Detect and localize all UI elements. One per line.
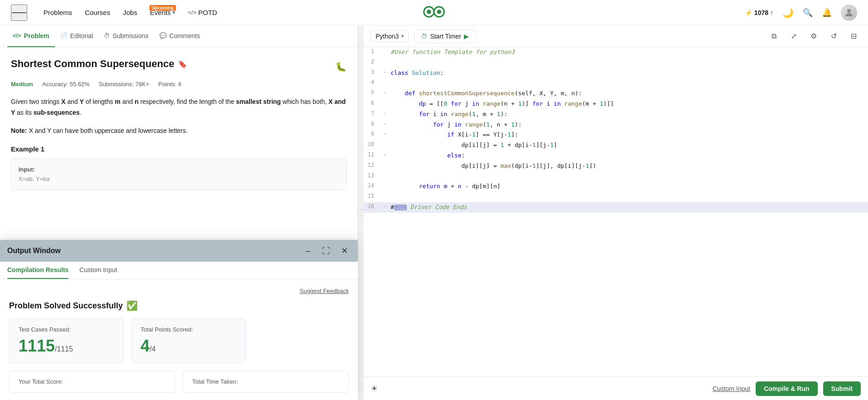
output-window: Output Window – ⛶ ✕ Compilation Results …	[0, 239, 358, 400]
problem-note: Note: X and Y can have both uppercase an…	[11, 126, 347, 137]
streak-counter: ⚡ 1078 ↑	[745, 9, 773, 16]
accuracy-meta: Accuracy: 55.62%	[42, 81, 90, 88]
copy-code-button[interactable]: ⧉	[767, 29, 781, 44]
your-score-section: Your Total Score: Total Time Taken:	[9, 371, 349, 393]
custom-input-link[interactable]: Custom Input	[713, 385, 750, 392]
output-tab-compilation[interactable]: Compilation Results	[7, 262, 68, 279]
potd-code-icon: </>	[188, 9, 197, 16]
points-meta: Points: 4	[159, 81, 182, 88]
points-scored-value: 4/4	[140, 337, 236, 356]
example-input-label: Input:	[19, 166, 339, 173]
close-button[interactable]: ✕	[338, 244, 351, 257]
submissions-clock-icon: ⏱	[104, 32, 110, 39]
points-scored-label: Total Points Scored:	[140, 326, 236, 333]
top-nav: Problems Courses Jobs Upcoming Events ▾ …	[0, 0, 868, 25]
search-icon[interactable]: 🔍	[803, 8, 813, 18]
problem-meta: Medium Accuracy: 55.62% Submissions: 78K…	[11, 81, 347, 88]
code-editor[interactable]: 1 #User function Template for python3 2 …	[363, 47, 868, 376]
nav-events[interactable]: Upcoming Events ▾	[150, 9, 175, 16]
code-line-14: 14 return m + n - dp[m][n]	[363, 181, 868, 192]
bug-report-icon[interactable]: 🐛	[335, 61, 347, 72]
svg-point-4	[847, 9, 851, 13]
tab-submissions[interactable]: ⏱ Submissions	[98, 25, 154, 47]
lightning-icon: ⚡	[745, 9, 752, 16]
suggest-feedback: Suggest Feedback	[9, 287, 349, 295]
language-dropdown-icon: ▾	[401, 34, 404, 39]
reset-button[interactable]: ↺	[826, 29, 841, 44]
your-score-card: Your Total Score:	[9, 371, 175, 393]
compile-run-button[interactable]: Compile & Run	[756, 381, 817, 396]
svg-point-3	[437, 10, 441, 14]
output-window-title: Output Window	[7, 247, 61, 255]
panel-divider[interactable]: ⋮⋮	[358, 25, 363, 400]
problem-title: Shortest Common Supersequence 🔖	[11, 58, 187, 70]
total-time-card: Total Time Taken:	[183, 371, 349, 393]
theme-toggle-button[interactable]: ☀	[371, 384, 378, 394]
start-timer-button[interactable]: ⏱ Start Timer ▶	[414, 29, 475, 43]
code-line-2: 2	[363, 58, 868, 68]
problem-tabs: </> Problem 📄 Editorial ⏱ Submissions 💬 …	[0, 25, 357, 47]
points-card: Total Points Scored: 4/4	[131, 318, 246, 363]
tab-editorial[interactable]: 📄 Editorial	[55, 25, 99, 47]
your-score-label: Your Total Score:	[19, 378, 166, 385]
result-cards: Test Cases Passed: 1115/1115 Total Point…	[9, 318, 349, 363]
tab-problem[interactable]: </> Problem	[7, 25, 55, 47]
code-line-12: 12 dp[i][j] = max(dp[i-1][j], dp[i][j-1]…	[363, 161, 868, 171]
nav-courses[interactable]: Courses	[85, 9, 110, 16]
example-box: Input: X=ab, Y=ba	[11, 158, 347, 190]
nav-potd[interactable]: </> POTD	[188, 9, 217, 16]
upcoming-badge: Upcoming	[149, 5, 176, 11]
code-line-13: 13	[363, 171, 868, 182]
right-panel: Python3 ▾ ⏱ Start Timer ▶ ⧉ ⤢ ⚙ ↺ ⊟ 1 #U…	[363, 25, 868, 400]
output-tabs: Compilation Results Custom Input	[0, 262, 358, 279]
code-line-3: 3 ▸ class Solution:	[363, 68, 868, 78]
maximize-button[interactable]: ⛶	[320, 244, 333, 257]
hamburger-button[interactable]	[11, 5, 27, 21]
test-cases-label: Test Cases Passed:	[19, 326, 114, 333]
site-logo[interactable]	[423, 1, 445, 24]
user-avatar[interactable]	[841, 5, 857, 21]
more-options-button[interactable]: ⊟	[846, 29, 861, 44]
submissions-meta: Submissions: 78K+	[99, 81, 149, 88]
code-line-16: 16 ▸ #... Driver Code Ends	[363, 202, 868, 213]
empty-card	[253, 318, 349, 363]
suggest-feedback-link[interactable]: Suggest Feedback	[300, 288, 349, 294]
editorial-doc-icon: 📄	[60, 32, 68, 39]
code-line-15: 15	[363, 192, 868, 202]
expand-code-button[interactable]: ⤢	[786, 29, 801, 44]
output-header: Output Window – ⛶ ✕	[0, 240, 358, 262]
language-label: Python3	[376, 33, 399, 40]
code-line-1: 1 #User function Template for python3	[363, 47, 868, 58]
nav-right: ⚡ 1078 ↑ 🌙 🔍 🔔	[745, 5, 857, 21]
output-controls: – ⛶ ✕	[302, 244, 351, 257]
submit-button[interactable]: Submit	[823, 381, 861, 396]
code-line-9: 9 ▸ if X[i-1] == Y[j-1]:	[363, 130, 868, 140]
difficulty-badge: Medium	[11, 81, 33, 88]
timer-clock-icon: ⏱	[421, 33, 427, 40]
tab-comments[interactable]: 💬 Comments	[154, 25, 206, 47]
timer-play-icon: ▶	[464, 33, 469, 40]
main-layout: </> Problem 📄 Editorial ⏱ Submissions 💬 …	[0, 25, 868, 400]
editor-toolbar: Python3 ▾ ⏱ Start Timer ▶ ⧉ ⤢ ⚙ ↺ ⊟	[363, 25, 868, 47]
output-tab-custom-input[interactable]: Custom Input	[79, 262, 117, 279]
minimize-button[interactable]: –	[302, 244, 314, 257]
settings-button[interactable]: ⚙	[806, 29, 821, 44]
problem-code-icon: </>	[13, 32, 21, 39]
bookmark-icon[interactable]: 🔖	[178, 60, 187, 68]
nav-problems[interactable]: Problems	[43, 9, 72, 16]
nav-jobs[interactable]: Jobs	[123, 9, 137, 16]
output-body: Suggest Feedback Problem Solved Successf…	[0, 279, 358, 400]
left-panel: </> Problem 📄 Editorial ⏱ Submissions 💬 …	[0, 25, 358, 400]
success-check-icon: ✅	[126, 300, 138, 311]
language-selector[interactable]: Python3 ▾	[371, 30, 409, 42]
bottom-bar: ☀ Custom Input Compile & Run Submit	[363, 376, 868, 400]
svg-point-2	[427, 10, 431, 14]
example-title: Example 1	[11, 145, 347, 153]
code-line-4: 4	[363, 78, 868, 88]
nav-left: Problems Courses Jobs Upcoming Events ▾ …	[11, 5, 217, 21]
test-cases-card: Test Cases Passed: 1115/1115	[9, 318, 124, 363]
notifications-icon[interactable]: 🔔	[822, 8, 832, 18]
test-cases-value: 1115/1115	[19, 337, 114, 356]
dark-mode-toggle[interactable]: 🌙	[782, 7, 794, 18]
code-line-5: 5 ▸ def shortestCommonSupersequence(self…	[363, 88, 868, 99]
